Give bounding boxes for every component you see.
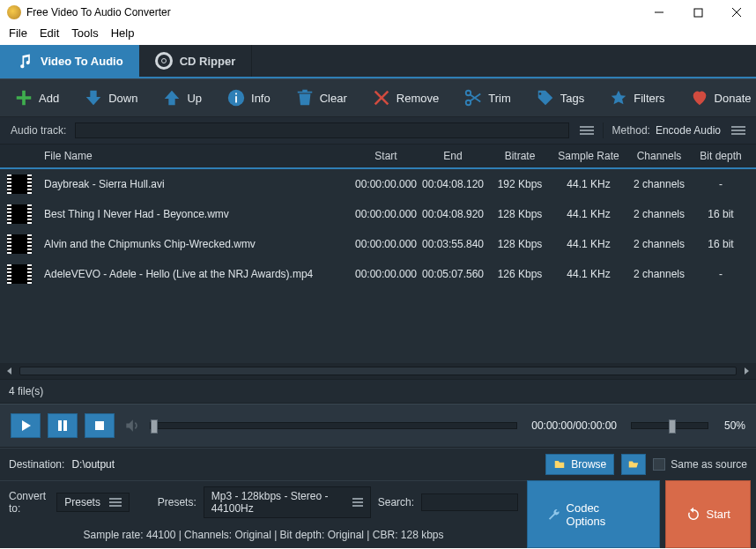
x-icon <box>372 88 391 108</box>
col-channels[interactable]: Channels <box>626 150 693 162</box>
info-icon <box>226 88 246 108</box>
video-file-icon <box>7 204 32 224</box>
stop-button[interactable] <box>85 413 115 438</box>
music-note-icon <box>16 52 33 70</box>
col-depth[interactable]: Bit depth <box>693 150 749 162</box>
tag-icon <box>536 88 555 108</box>
maximize-button[interactable] <box>678 0 717 25</box>
destination-bar: Destination: D:\output Browse Same as so… <box>0 448 756 480</box>
table-row[interactable]: AdeleVEVO - Adele - Hello (Live at the N… <box>0 259 756 289</box>
down-button[interactable]: Down <box>84 88 137 108</box>
encoding-summary: Sample rate: 44100 | Channels: Original … <box>0 523 527 548</box>
method-menu-icon[interactable] <box>731 126 745 135</box>
folder-icon <box>553 458 566 471</box>
heart-icon <box>690 88 709 108</box>
method-label: Method: <box>612 124 650 137</box>
player-bar: 00:00:00/00:00:00 50% <box>0 404 756 448</box>
trim-button[interactable]: Trim <box>463 88 511 108</box>
method-value[interactable]: Encode Audio <box>656 124 721 137</box>
filters-button[interactable]: Filters <box>609 88 664 108</box>
arrow-up-icon <box>162 88 182 108</box>
file-count: 4 file(s) <box>0 379 756 404</box>
svg-rect-10 <box>63 420 67 431</box>
search-label: Search: <box>378 496 414 508</box>
main-tabs: Video To Audio CD Ripper <box>0 45 756 78</box>
convert-to-label: Convert to: <box>9 490 49 515</box>
codec-options-button[interactable]: Codec Options <box>527 480 659 548</box>
tab-cd-label: CD Ripper <box>180 55 236 68</box>
scroll-left-icon[interactable] <box>5 367 14 375</box>
up-button[interactable]: Up <box>162 88 202 108</box>
remove-button[interactable]: Remove <box>372 88 439 108</box>
play-icon <box>19 419 32 432</box>
table-body: Daybreak - Sierra Hull.avi 00:00:00.000 … <box>0 169 756 363</box>
col-bitrate[interactable]: Bitrate <box>488 150 552 162</box>
refresh-icon <box>686 507 701 523</box>
tab-video-label: Video To Audio <box>41 55 123 68</box>
app-logo-icon <box>7 5 21 19</box>
window-title: Free Video To Audio Converter <box>26 6 171 19</box>
clear-button[interactable]: Clear <box>295 88 347 108</box>
audiotrack-field[interactable] <box>75 122 568 138</box>
menu-icon <box>352 498 362 507</box>
add-button[interactable]: Add <box>14 88 59 108</box>
horizontal-scrollbar[interactable] <box>0 363 756 379</box>
donate-button[interactable]: Donate <box>690 88 752 108</box>
svg-rect-9 <box>58 420 62 431</box>
scissors-icon <box>463 88 483 108</box>
menu-edit[interactable]: Edit <box>40 26 59 40</box>
plus-icon <box>14 88 33 108</box>
destination-path[interactable]: D:\output <box>71 458 538 471</box>
volume-slider[interactable] <box>631 422 708 429</box>
menu-help[interactable]: Help <box>111 26 135 40</box>
timecode: 00:00:00/00:00:00 <box>531 419 617 432</box>
table-row[interactable]: Alvin and the Chipmunks Chip-Wrecked.wmv… <box>0 229 756 259</box>
seek-slider[interactable] <box>150 422 517 429</box>
video-file-icon <box>7 264 32 284</box>
col-end[interactable]: End <box>418 150 488 162</box>
trash-icon <box>295 88 315 108</box>
svg-rect-1 <box>694 9 702 17</box>
close-button[interactable] <box>717 0 756 25</box>
svg-rect-5 <box>235 96 237 102</box>
convert-bar: Convert to: Presets Presets: Mp3 - 128kb… <box>0 480 527 523</box>
play-button[interactable] <box>11 413 41 438</box>
menu-file[interactable]: File <box>9 26 27 40</box>
audiotrack-label: Audio track: <box>11 124 66 137</box>
menu-tools[interactable]: Tools <box>71 26 98 40</box>
tags-button[interactable]: Tags <box>536 88 584 108</box>
col-sample[interactable]: Sample Rate <box>552 150 626 162</box>
col-start[interactable]: Start <box>354 150 418 162</box>
start-button[interactable]: Start <box>665 480 751 548</box>
folder-open-icon <box>627 458 640 471</box>
pause-icon <box>56 419 69 432</box>
destination-label: Destination: <box>9 458 64 471</box>
presets-label: Presets: <box>158 496 196 508</box>
pause-button[interactable] <box>48 413 78 438</box>
col-filename[interactable]: File Name <box>44 150 354 162</box>
toolbar: Add Down Up Info Clear Remove Trim Tags … <box>0 78 756 117</box>
scroll-right-icon[interactable] <box>742 367 751 375</box>
same-as-source-label: Same as source <box>671 458 747 471</box>
table-header: File Name Start End Bitrate Sample Rate … <box>0 145 756 169</box>
browse-button[interactable]: Browse <box>545 454 614 475</box>
presets-field[interactable]: Mp3 - 128kbps - Stereo - 44100Hz <box>204 486 371 518</box>
search-field[interactable] <box>421 493 518 511</box>
info-button[interactable]: Info <box>226 88 271 108</box>
tab-video-to-audio[interactable]: Video To Audio <box>0 45 139 77</box>
svg-rect-11 <box>95 421 104 430</box>
speaker-icon[interactable] <box>122 415 143 436</box>
cd-icon <box>155 52 173 70</box>
arrow-down-icon <box>84 88 103 108</box>
open-folder-button[interactable] <box>621 454 646 475</box>
minimize-button[interactable] <box>640 0 678 25</box>
same-as-source-checkbox[interactable] <box>653 458 665 471</box>
table-row[interactable]: Daybreak - Sierra Hull.avi 00:00:00.000 … <box>0 169 756 199</box>
table-row[interactable]: Best Thing I Never Had - Beyonce.wmv 00:… <box>0 199 756 229</box>
convert-to-field[interactable]: Presets <box>56 493 130 512</box>
svg-rect-6 <box>235 93 237 95</box>
menu-icon <box>109 498 122 507</box>
stop-icon <box>93 419 106 432</box>
tab-cd-ripper[interactable]: CD Ripper <box>139 45 253 77</box>
audiotrack-menu-icon[interactable] <box>580 126 594 135</box>
